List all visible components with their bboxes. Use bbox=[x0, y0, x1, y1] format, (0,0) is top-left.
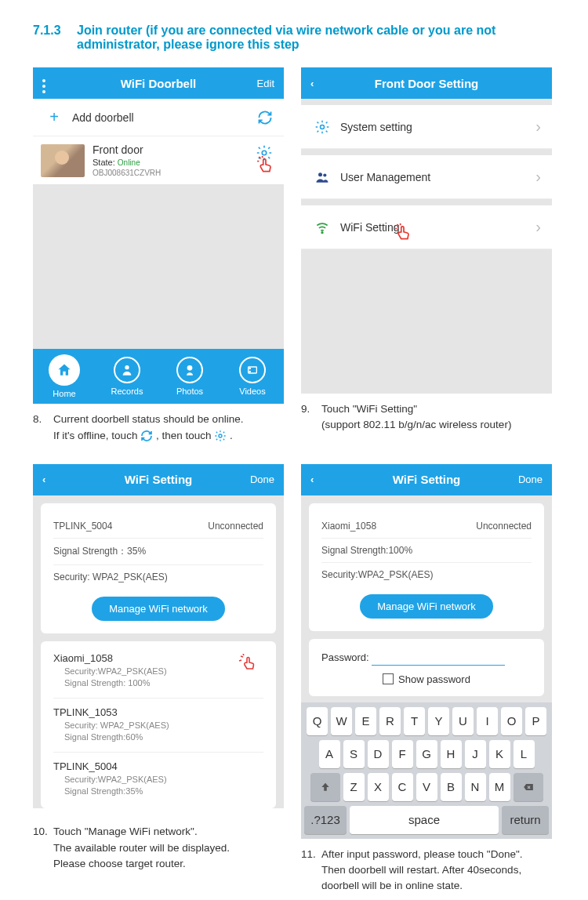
back-button[interactable]: ‹ bbox=[310, 78, 342, 89]
wifi-item[interactable]: Xiaomi_1058 Security:WPA2_PSK(AES) Signa… bbox=[53, 644, 263, 699]
manage-wifi-button[interactable]: Manage WiFi network bbox=[92, 597, 225, 621]
keyboard: QWERTYUIOP ASDFGHJKL ZXCVBNM .?123 space… bbox=[301, 702, 552, 839]
svg-point-7 bbox=[321, 125, 325, 129]
key-r[interactable]: R bbox=[379, 707, 401, 735]
device-thumbnail bbox=[41, 144, 85, 177]
caption-9: 9. Touch "WiFi Setting"(support 802.11 b… bbox=[301, 394, 552, 438]
system-setting-row[interactable]: System setting › bbox=[301, 105, 552, 149]
wifi-item[interactable]: TPLINK_5004 Security:WPA2_PSK(AES) Signa… bbox=[53, 753, 263, 806]
svg-point-9 bbox=[323, 173, 326, 176]
key-b[interactable]: B bbox=[441, 773, 462, 801]
key-a[interactable]: A bbox=[319, 740, 340, 768]
screen-title: Front Door Setting bbox=[342, 77, 511, 90]
shift-key[interactable] bbox=[310, 773, 340, 801]
connection-status: Unconnected bbox=[208, 521, 263, 532]
password-input[interactable] bbox=[372, 650, 505, 666]
tap-hand-icon bbox=[394, 223, 414, 243]
key-n[interactable]: N bbox=[465, 773, 486, 801]
caption-10: 10. Touch "Manage WiFi network".The avai… bbox=[33, 816, 284, 876]
current-wifi-card: Xiaomi_1058Unconnected Signal Strength:1… bbox=[309, 503, 544, 631]
key-w[interactable]: W bbox=[331, 707, 352, 735]
svg-point-10 bbox=[321, 231, 323, 233]
checkbox-icon bbox=[383, 673, 394, 684]
chevron-right-icon: › bbox=[535, 118, 541, 136]
key-u[interactable]: U bbox=[452, 707, 474, 735]
done-button[interactable]: Done bbox=[511, 474, 543, 485]
current-ssid: Xiaomi_1058 bbox=[321, 521, 376, 532]
key-o[interactable]: O bbox=[501, 707, 522, 735]
password-row: Password: Show password bbox=[309, 639, 544, 696]
key-k[interactable]: K bbox=[489, 740, 510, 768]
svg-point-5 bbox=[249, 372, 250, 372]
back-button[interactable]: ‹ bbox=[310, 474, 342, 485]
key-c[interactable]: C bbox=[392, 773, 413, 801]
key-q[interactable]: Q bbox=[307, 707, 328, 735]
key-e[interactable]: E bbox=[355, 707, 376, 735]
heading-number: 7.1.3 bbox=[33, 24, 77, 52]
bottom-tabbar: Home Records Photos Videos bbox=[33, 349, 284, 404]
refresh-icon[interactable] bbox=[257, 110, 273, 125]
backspace-key[interactable] bbox=[514, 773, 543, 801]
add-doorbell-label: Add doorbell bbox=[72, 111, 257, 124]
svg-point-0 bbox=[262, 151, 267, 155]
wifi-network-list: Xiaomi_1058 Security:WPA2_PSK(AES) Signa… bbox=[41, 641, 276, 808]
done-button[interactable]: Done bbox=[243, 474, 274, 485]
device-id: OBJ008631CZVRH bbox=[93, 168, 161, 178]
section-heading: 7.1.3 Join router (if you are connected … bbox=[33, 24, 555, 52]
key-l[interactable]: L bbox=[514, 740, 535, 768]
svg-point-6 bbox=[219, 434, 222, 437]
wifi-setting-row[interactable]: WiFi Setting › bbox=[301, 205, 552, 249]
tap-hand-icon bbox=[237, 654, 260, 673]
key-d[interactable]: D bbox=[368, 740, 389, 768]
tab-videos[interactable]: Videos bbox=[221, 349, 284, 404]
gear-icon-inline bbox=[214, 430, 227, 442]
photo-icon bbox=[176, 357, 203, 383]
add-doorbell-row[interactable]: + Add doorbell bbox=[33, 99, 284, 136]
svg-point-8 bbox=[318, 172, 322, 176]
symbols-key[interactable]: .?123 bbox=[304, 806, 347, 834]
tab-home[interactable]: Home bbox=[33, 349, 96, 404]
screenshot-front-door-setting: ‹ Front Door Setting System setting › Us… bbox=[301, 67, 552, 394]
user-management-row[interactable]: User Management › bbox=[301, 155, 552, 199]
key-y[interactable]: Y bbox=[428, 707, 449, 735]
back-button[interactable]: ‹ bbox=[42, 474, 74, 485]
key-x[interactable]: X bbox=[368, 773, 389, 801]
key-g[interactable]: G bbox=[416, 740, 437, 768]
heading-text: Join router (if you are connected via wi… bbox=[77, 24, 555, 52]
key-f[interactable]: F bbox=[392, 740, 413, 768]
show-password-toggle[interactable]: Show password bbox=[321, 673, 532, 685]
refresh-icon-inline bbox=[140, 430, 153, 442]
device-state: State: Online bbox=[93, 157, 161, 168]
screen-title: WiFi Setting bbox=[74, 473, 243, 486]
edit-button[interactable]: Edit bbox=[243, 78, 274, 89]
key-j[interactable]: J bbox=[465, 740, 486, 768]
key-z[interactable]: Z bbox=[343, 773, 365, 801]
connection-status: Unconnected bbox=[476, 521, 532, 532]
key-v[interactable]: V bbox=[416, 773, 437, 801]
plus-icon: + bbox=[44, 108, 64, 126]
wifi-icon bbox=[312, 220, 332, 235]
password-label: Password: bbox=[321, 651, 369, 663]
screenshot-wifi-doorbell: WiFi Doorbell Edit + Add doorbell Front … bbox=[33, 67, 284, 404]
return-key[interactable]: return bbox=[502, 806, 549, 834]
current-ssid: TPLINK_5004 bbox=[53, 521, 112, 532]
device-name: Front door bbox=[93, 143, 161, 157]
key-i[interactable]: I bbox=[477, 707, 498, 735]
screenshot-wifi-setting-password: ‹ WiFi Setting Done Xiaomi_1058Unconnect… bbox=[301, 464, 552, 839]
key-h[interactable]: H bbox=[441, 740, 462, 768]
menu-icon[interactable] bbox=[42, 73, 74, 93]
svg-point-4 bbox=[249, 368, 250, 369]
wifi-item[interactable]: TPLINK_1053 Security: WPA2_PSK(AES) Sign… bbox=[53, 699, 263, 753]
manage-wifi-button[interactable]: Manage WiFi network bbox=[360, 594, 493, 619]
device-row[interactable]: Front door State: Online OBJ008631CZVRH bbox=[33, 136, 284, 184]
key-t[interactable]: T bbox=[404, 707, 425, 735]
svg-point-1 bbox=[125, 365, 129, 369]
tab-photos[interactable]: Photos bbox=[158, 349, 221, 404]
screen-title: WiFi Setting bbox=[342, 473, 511, 486]
key-s[interactable]: S bbox=[343, 740, 365, 768]
tab-records[interactable]: Records bbox=[96, 349, 158, 404]
key-m[interactable]: M bbox=[489, 773, 510, 801]
space-key[interactable]: space bbox=[350, 806, 499, 834]
video-icon bbox=[239, 357, 266, 383]
key-p[interactable]: P bbox=[525, 707, 546, 735]
